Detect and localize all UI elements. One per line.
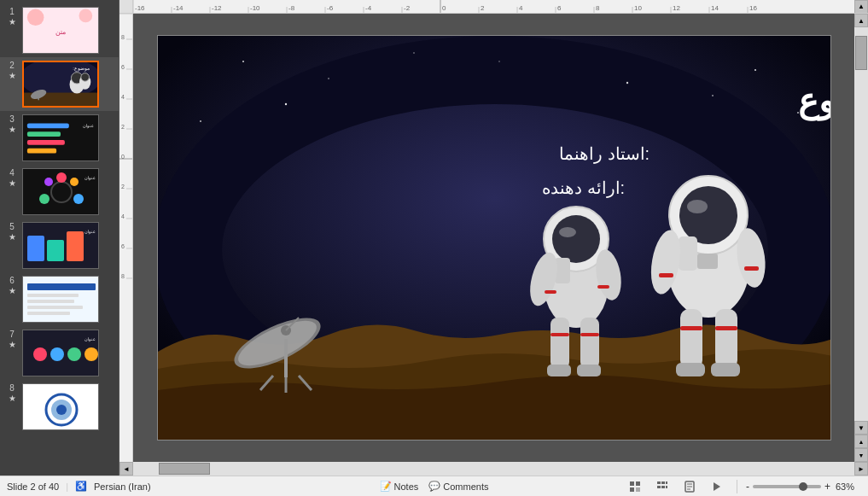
slide-thumb-3[interactable]: 3 ★ عنوان — [0, 111, 119, 165]
slide-num-label-6: 6 — [9, 276, 15, 286]
reading-view-button[interactable] — [679, 479, 701, 494]
slide-thumbnail-6[interactable] — [22, 276, 99, 323]
svg-rect-133 — [551, 333, 569, 336]
svg-point-124 — [552, 215, 600, 263]
slide-sorter-button[interactable] — [651, 479, 673, 494]
slideshow-icon — [711, 481, 723, 493]
svg-point-104 — [242, 61, 244, 62]
scroll-right-btn[interactable]: ► — [854, 462, 868, 476]
svg-text:16: 16 — [749, 4, 757, 12]
zoom-slider[interactable] — [753, 485, 821, 488]
scrollbar-track-horizontal[interactable] — [133, 462, 854, 476]
svg-text:-4: -4 — [365, 4, 372, 12]
svg-rect-29 — [27, 236, 44, 261]
svg-point-25 — [70, 178, 79, 186]
slide-num-star-1: 1 ★ — [5, 7, 19, 27]
svg-point-26 — [44, 178, 53, 186]
slide-thumbnail-3[interactable]: عنوان — [22, 114, 99, 161]
svg-text::موضوع: :موضوع — [798, 82, 831, 121]
slide-star-4: ★ — [9, 178, 16, 189]
zoom-in-button[interactable]: + — [824, 481, 830, 493]
normal-view-button[interactable] — [624, 479, 646, 494]
slide-thumb-5[interactable]: 5 ★ عنوان — [0, 219, 119, 272]
scroll-extra-btn-2[interactable]: ▼ — [854, 448, 868, 462]
slide-thumb-2[interactable]: 2 ★ — [0, 57, 119, 111]
scroll-left-btn[interactable]: ◄ — [119, 462, 133, 476]
slide-thumb-1[interactable]: 1 ★ متن — [0, 3, 119, 57]
scroll-up-btn[interactable]: ▲ — [854, 14, 868, 27]
svg-rect-150 — [697, 254, 718, 269]
slide-thumb-7[interactable]: 7 ★ عنوان — [0, 326, 119, 380]
status-bar: Slide 2 of 40 | ♿ Persian (Iran) 📝 Notes… — [0, 476, 868, 496]
slide-canvas[interactable]: :موضوع :استاد راهنما :ارائه دهنده — [133, 14, 854, 462]
slide-sorter-icon — [656, 481, 668, 493]
svg-text:14: 14 — [711, 4, 719, 12]
canvas-area: -16 -14 -12 -10 -8 -6 -4 — [119, 0, 868, 476]
slide-star-8: ★ — [9, 394, 16, 404]
svg-rect-157 — [636, 481, 640, 486]
svg-text:6: 6 — [121, 64, 125, 70]
status-center: 📝 Notes 💬 Comments — [375, 479, 494, 493]
notes-button[interactable]: 📝 Notes — [375, 479, 424, 493]
svg-point-10 — [81, 73, 90, 82]
scroll-up-button[interactable]: ▲ — [854, 0, 868, 14]
status-right: - + 63% — [493, 479, 861, 494]
svg-text:6: 6 — [557, 4, 562, 12]
svg-rect-160 — [657, 481, 661, 484]
svg-text:-12: -12 — [212, 4, 222, 12]
svg-rect-30 — [47, 240, 64, 261]
svg-rect-161 — [661, 481, 665, 484]
main-area: 1 ★ متن 2 — [0, 0, 868, 476]
slide-thumb-8[interactable]: 8 ★ — [0, 380, 119, 434]
slide-thumbnail-5[interactable]: عنوان — [22, 222, 99, 269]
scrollbar-thumb-vertical[interactable] — [855, 36, 867, 70]
svg-text:متن: متن — [55, 28, 66, 36]
slideshow-button[interactable] — [706, 479, 728, 494]
svg-point-22 — [56, 172, 67, 183]
comments-button[interactable]: 💬 Comments — [423, 479, 493, 493]
slide-panel: 1 ★ متن 2 — [0, 0, 119, 476]
slide-thumbnail-7[interactable]: عنوان — [22, 330, 99, 376]
language-label: Persian (Iran) — [94, 481, 151, 492]
svg-rect-17 — [27, 140, 65, 145]
scrollbar-track-vertical[interactable] — [854, 27, 868, 421]
svg-rect-134 — [580, 333, 599, 336]
svg-point-41 — [50, 347, 64, 361]
svg-point-105 — [328, 78, 329, 79]
zoom-out-button[interactable]: - — [746, 481, 749, 493]
svg-point-113 — [626, 82, 627, 84]
svg-point-40 — [33, 347, 47, 361]
ruler-corner — [119, 0, 133, 14]
svg-text:8: 8 — [121, 273, 125, 279]
slide-thumb-4[interactable]: 4 ★ عنوان — [0, 165, 119, 219]
slide-num-label-1: 1 — [9, 7, 15, 17]
slide-num-label-8: 8 — [9, 383, 15, 394]
svg-rect-147 — [744, 266, 759, 271]
slide-thumbnail-2[interactable]: موضوع: — [22, 61, 99, 108]
slide-star-1: ★ — [9, 17, 16, 27]
zoom-slider-thumb[interactable] — [799, 482, 807, 491]
scrollbar-thumb-horizontal[interactable] — [159, 463, 210, 475]
svg-text::استاد راهنما: :استاد راهنما — [559, 144, 650, 164]
svg-text:-14: -14 — [173, 4, 184, 12]
slide-count: Slide 2 of 40 — [7, 481, 59, 492]
svg-point-110 — [712, 95, 714, 96]
comments-icon: 💬 — [428, 481, 440, 492]
slide-main[interactable]: :موضوع :استاد راهنما :ارائه دهنده — [157, 35, 831, 441]
slide-panel-inner[interactable]: 1 ★ متن 2 — [0, 0, 119, 476]
svg-point-42 — [67, 347, 81, 361]
slide-thumb-6[interactable]: 6 ★ — [0, 272, 119, 326]
slide-thumbnail-8[interactable] — [22, 383, 99, 430]
slide-star-5: ★ — [9, 232, 16, 242]
svg-rect-146 — [659, 273, 673, 277]
accessibility-icon[interactable]: ♿ — [75, 481, 87, 492]
slide-thumbnail-1[interactable]: متن — [22, 7, 99, 54]
slide-thumbnail-4[interactable]: عنوان — [22, 168, 99, 215]
scroll-extra-btn-1[interactable]: ▲ — [854, 435, 868, 448]
scroll-down-btn[interactable]: ▼ — [854, 421, 868, 435]
notes-icon: 📝 — [380, 481, 392, 492]
zoom-percent[interactable]: 63% — [836, 481, 861, 492]
slide-num-star-8: 8 ★ — [5, 383, 19, 404]
svg-rect-144 — [680, 309, 702, 369]
scrollbar-vertical: ▲ ▼ ▲ ▼ — [854, 14, 868, 462]
